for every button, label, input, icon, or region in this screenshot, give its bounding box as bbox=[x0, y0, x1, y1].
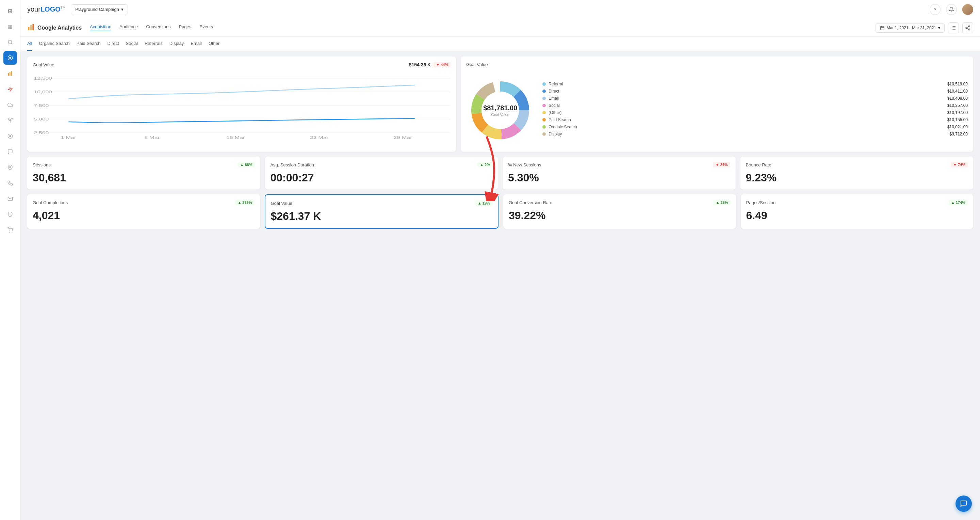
nav-phone[interactable] bbox=[3, 176, 17, 190]
campaign-label: Playground Campaign bbox=[75, 7, 119, 12]
channel-tab-referrals[interactable]: Referrals bbox=[145, 37, 163, 51]
nav-mail[interactable] bbox=[3, 192, 17, 205]
tab-events[interactable]: Events bbox=[199, 24, 213, 31]
legend-name-email: Email bbox=[549, 96, 559, 101]
legend-value-organic-search: $10,021.00 bbox=[947, 124, 968, 129]
svg-rect-4 bbox=[8, 73, 9, 76]
date-range-arrow: ▾ bbox=[938, 25, 940, 30]
tab-acquisition[interactable]: Acquisition bbox=[90, 24, 111, 31]
new-sessions-value: 5.30% bbox=[508, 172, 730, 184]
sessions-badge: ▲ 86% bbox=[238, 162, 255, 167]
nav-circle-dot[interactable] bbox=[3, 129, 17, 143]
metrics-row-1: Sessions ▲ 86% 30,681 Avg. Session Durat… bbox=[27, 157, 973, 189]
channel-tab-social[interactable]: Social bbox=[126, 37, 138, 51]
nav-pin[interactable] bbox=[3, 161, 17, 174]
svg-line-28 bbox=[967, 28, 969, 29]
legend-dot-display bbox=[542, 132, 546, 136]
ga-nav-tabs: Acquisition Audience Conversions Pages E… bbox=[90, 24, 213, 31]
nav-analytics[interactable] bbox=[3, 51, 17, 65]
nav-search[interactable] bbox=[3, 35, 17, 49]
legend-name-referral: Referral bbox=[549, 82, 563, 86]
notification-button[interactable] bbox=[946, 4, 957, 15]
nav-grid[interactable]: ▦ bbox=[3, 20, 17, 33]
legend-dot-other bbox=[542, 111, 546, 114]
channel-tab-email[interactable]: Email bbox=[191, 37, 202, 51]
svg-point-27 bbox=[969, 29, 970, 30]
svg-point-8 bbox=[10, 135, 11, 137]
svg-text:8 Mar: 8 Mar bbox=[145, 136, 160, 140]
donut-content: $81,781.00 Goal Value Referral $10,519.0… bbox=[466, 74, 968, 146]
tab-pages[interactable]: Pages bbox=[179, 24, 191, 31]
left-navigation: ⊞ ▦ bbox=[0, 0, 21, 520]
date-range-picker[interactable]: Mar 1, 2021 - Mar 31, 2021 ▾ bbox=[875, 23, 945, 33]
sub-header-right: Mar 1, 2021 - Mar 31, 2021 ▾ bbox=[875, 22, 973, 33]
nav-cart[interactable] bbox=[3, 223, 17, 237]
avg-session-card-header: Avg. Session Duration ▲ 2% bbox=[270, 162, 493, 167]
goal-value-label: Goal Value bbox=[271, 201, 292, 206]
donut-center: $81,781.00 Goal Value bbox=[483, 104, 517, 116]
nav-cloud[interactable] bbox=[3, 98, 17, 111]
new-sessions-card-header: % New Sessions ▼ 24% bbox=[508, 162, 730, 167]
legend-value-social: $10,357.00 bbox=[947, 103, 968, 108]
sub-header: Google Analytics Acquisition Audience Co… bbox=[21, 19, 980, 37]
nav-sprout[interactable] bbox=[3, 114, 17, 127]
donut-center-label: Goal Value bbox=[483, 112, 517, 116]
date-range-label: Mar 1, 2021 - Mar 31, 2021 bbox=[887, 25, 936, 30]
line-chart-svg-container: 12,500 10,000 7,500 5,000 2,500 1 Mar 8 … bbox=[33, 72, 450, 140]
legend-dot-referral bbox=[542, 83, 546, 86]
goal-conversion-card: Goal Conversion Rate ▲ 25% 39.22% bbox=[503, 194, 736, 229]
legend-value-email: $10,409.00 bbox=[947, 96, 968, 101]
svg-text:7,500: 7,500 bbox=[34, 104, 49, 108]
help-button[interactable]: ? bbox=[930, 4, 940, 15]
user-avatar[interactable] bbox=[962, 4, 973, 15]
svg-text:22 Mar: 22 Mar bbox=[310, 136, 329, 140]
logo-area: yourLOGOTM Playground Campaign ▾ bbox=[27, 5, 128, 14]
svg-point-9 bbox=[10, 166, 11, 168]
channel-tab-organic[interactable]: Organic Search bbox=[39, 37, 69, 51]
legend-other: (Other) $10,197.00 bbox=[542, 110, 968, 115]
campaign-dropdown[interactable]: Playground Campaign ▾ bbox=[71, 5, 128, 14]
top-header: yourLOGOTM Playground Campaign ▾ ? bbox=[21, 0, 980, 19]
channel-tab-display[interactable]: Display bbox=[169, 37, 184, 51]
legend-name-paid-search: Paid Search bbox=[549, 118, 571, 122]
nav-location[interactable] bbox=[3, 208, 17, 221]
nav-chat[interactable] bbox=[3, 145, 17, 159]
svg-rect-5 bbox=[10, 72, 11, 76]
chat-button[interactable] bbox=[956, 496, 972, 512]
nav-bar-chart[interactable] bbox=[3, 67, 17, 80]
svg-rect-14 bbox=[32, 24, 34, 30]
sessions-card: Sessions ▲ 86% 30,681 bbox=[27, 157, 260, 189]
goal-completions-card-header: Goal Completions ▲ 369% bbox=[33, 200, 255, 205]
channel-tab-other[interactable]: Other bbox=[208, 37, 220, 51]
channel-tabs: All Organic Search Paid Search Direct So… bbox=[21, 37, 980, 51]
legend-name-display: Display bbox=[549, 132, 562, 137]
tab-conversions[interactable]: Conversions bbox=[146, 24, 170, 31]
legend-value-paid-search: $10,155.00 bbox=[947, 118, 968, 122]
svg-point-25 bbox=[969, 25, 970, 27]
svg-text:29 Mar: 29 Mar bbox=[394, 136, 412, 140]
goal-completions-value: 4,021 bbox=[33, 209, 255, 222]
channel-tab-all[interactable]: All bbox=[27, 37, 32, 51]
new-sessions-badge: ▼ 24% bbox=[713, 162, 730, 167]
svg-line-29 bbox=[967, 27, 969, 27]
header-right: ? bbox=[930, 4, 973, 15]
channel-tab-paid[interactable]: Paid Search bbox=[76, 37, 101, 51]
avg-session-card: Avg. Session Duration ▲ 2% 00:00:27 bbox=[265, 157, 498, 189]
svg-text:1 Mar: 1 Mar bbox=[61, 136, 76, 140]
avg-session-label: Avg. Session Duration bbox=[270, 162, 314, 167]
goal-value-badge: ▲ 19% bbox=[476, 200, 492, 206]
view-toggle-button[interactable] bbox=[948, 22, 959, 33]
svg-text:2,500: 2,500 bbox=[34, 131, 49, 135]
tab-audience[interactable]: Audience bbox=[119, 24, 138, 31]
legend-dot-direct bbox=[542, 89, 546, 93]
line-chart-header: Goal Value $154.36 K ▼ 44% bbox=[33, 62, 450, 67]
channel-tab-direct[interactable]: Direct bbox=[108, 37, 119, 51]
donut-wrapper: $81,781.00 Goal Value bbox=[466, 76, 534, 144]
sessions-label: Sessions bbox=[33, 162, 51, 167]
svg-point-10 bbox=[9, 232, 10, 232]
goal-value-line-chart-card: Goal Value $154.36 K ▼ 44% bbox=[27, 57, 456, 152]
share-button[interactable] bbox=[962, 22, 973, 33]
legend-name-direct: Direct bbox=[549, 89, 559, 94]
nav-home[interactable]: ⊞ bbox=[3, 4, 17, 18]
nav-lightning[interactable] bbox=[3, 83, 17, 96]
